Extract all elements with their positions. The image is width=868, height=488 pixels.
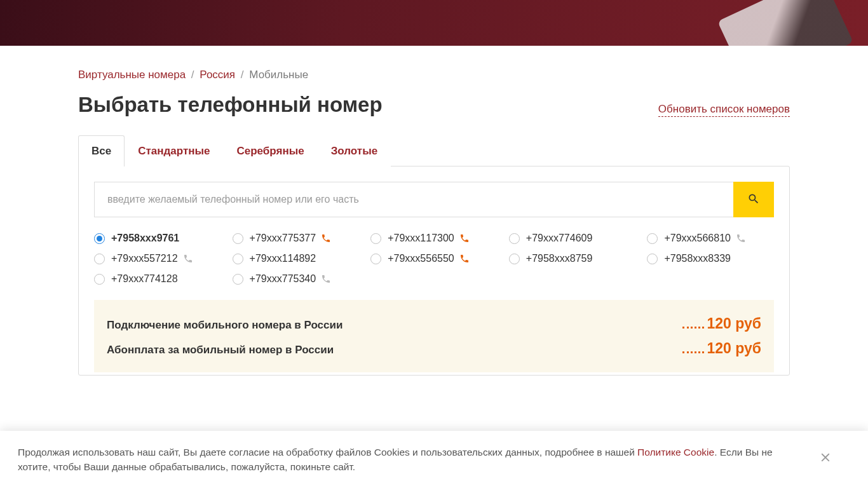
- radio-icon: [370, 254, 381, 264]
- number-text: +79xxx775377: [250, 233, 316, 244]
- setup-fee-value: 120 руб: [707, 315, 761, 332]
- breadcrumb-sep: /: [238, 69, 247, 81]
- tab-silver[interactable]: Серебряные: [224, 135, 318, 166]
- tab-all[interactable]: Все: [78, 135, 125, 166]
- panel: +7958xxx9761+79xxx775377+79xxx117300+79x…: [78, 166, 790, 376]
- price-dots: [682, 327, 704, 329]
- tab-gold[interactable]: Золотые: [318, 135, 391, 166]
- search-button[interactable]: [733, 182, 774, 217]
- monthly-fee-label: Абонплата за мобильный номер в России: [107, 344, 334, 356]
- number-option[interactable]: +79xxx114892: [233, 253, 360, 264]
- number-option[interactable]: +79xxx775340: [233, 273, 360, 285]
- breadcrumb: Виртуальные номера / Россия / Мобильные: [78, 46, 790, 93]
- number-option[interactable]: +79xxx774128: [94, 273, 221, 285]
- radio-icon: [647, 254, 658, 264]
- hero-banner: [0, 0, 868, 46]
- price-box: Подключение мобильного номера в России 1…: [94, 300, 774, 372]
- radio-icon: [509, 254, 520, 264]
- number-option[interactable]: +79xxx557212: [94, 253, 221, 264]
- number-option[interactable]: +79xxx775377: [233, 233, 360, 244]
- number-text: +79xxx774128: [111, 273, 178, 285]
- phone-icon: [321, 233, 331, 243]
- number-text: +79xxx775340: [250, 273, 316, 285]
- number-option[interactable]: +79xxx556550: [370, 253, 498, 264]
- number-text: +7958xxx8759: [526, 253, 593, 264]
- tab-standard[interactable]: Стандартные: [125, 135, 223, 166]
- number-option[interactable]: +79xxx566810: [647, 233, 774, 244]
- number-option[interactable]: +79xxx774609: [509, 233, 636, 244]
- number-text: +79xxx556550: [388, 253, 454, 264]
- tabs: Все Стандартные Серебряные Золотые: [78, 135, 790, 166]
- number-option[interactable]: +7958xxx8339: [647, 253, 774, 264]
- number-text: +79xxx566810: [664, 233, 731, 244]
- radio-icon: [647, 233, 658, 244]
- numbers-grid: +7958xxx9761+79xxx775377+79xxx117300+79x…: [94, 227, 774, 296]
- price-dots: [682, 351, 704, 353]
- number-text: +79xxx774609: [526, 233, 593, 244]
- phone-icon: [459, 233, 470, 243]
- number-text: +79xxx114892: [250, 253, 316, 264]
- refresh-numbers-link[interactable]: Обновить список номеров: [658, 103, 790, 117]
- number-option[interactable]: +7958xxx8759: [509, 253, 636, 264]
- breadcrumb-link-virtual[interactable]: Виртуальные номера: [78, 69, 186, 81]
- search-icon: [747, 193, 760, 207]
- phone-icon: [183, 254, 193, 264]
- radio-icon: [233, 254, 243, 264]
- radio-icon: [233, 274, 243, 285]
- phone-icon: [459, 254, 470, 264]
- radio-icon: [370, 233, 381, 244]
- breadcrumb-sep: /: [189, 69, 197, 81]
- breadcrumb-current: Мобильные: [249, 69, 308, 81]
- page-title: Выбрать телефонный номер: [78, 93, 383, 117]
- phone-icon: [321, 274, 331, 284]
- number-text: +79xxx557212: [111, 253, 178, 264]
- search-input[interactable]: [94, 182, 733, 217]
- radio-icon: [233, 233, 243, 244]
- radio-icon: [94, 254, 105, 264]
- number-option[interactable]: +7958xxx9761: [94, 233, 221, 244]
- number-text: +7958xxx8339: [664, 253, 731, 264]
- breadcrumb-link-russia[interactable]: Россия: [200, 69, 235, 81]
- radio-icon: [94, 274, 105, 285]
- radio-icon: [509, 233, 520, 244]
- number-text: +79xxx117300: [388, 233, 454, 244]
- number-text: +7958xxx9761: [111, 233, 179, 244]
- setup-fee-label: Подключение мобильного номера в России: [107, 319, 342, 332]
- number-option[interactable]: +79xxx117300: [370, 233, 498, 244]
- radio-icon: [94, 233, 105, 244]
- monthly-fee-value: 120 руб: [707, 340, 761, 357]
- phone-icon: [736, 233, 746, 243]
